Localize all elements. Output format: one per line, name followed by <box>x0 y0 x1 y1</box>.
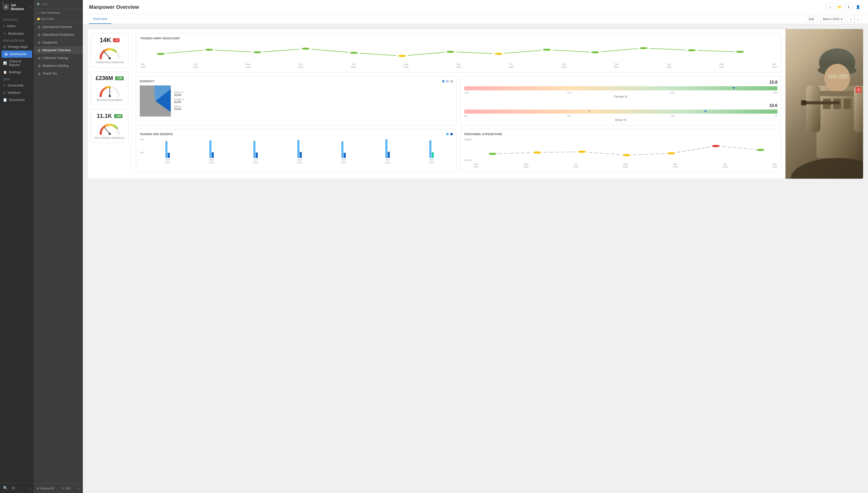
search-bar: 🔍 <box>34 0 83 9</box>
sidebar-section-data: DATA ✓ Scorecards ◻ Initiatives 📄 Docume… <box>0 76 34 104</box>
edit-button[interactable]: Edit <box>805 16 818 23</box>
sidebar: ⊞ 1st Division › PERSONAL ⌂ Home ☆ Bookm… <box>0 0 34 493</box>
nav-item-collective-training[interactable]: ▦ Collective Training <box>34 54 83 62</box>
sidebar-item-bookmarks[interactable]: ☆ Bookmarks <box>0 30 34 37</box>
sidebar-header: ⊞ 1st Division › <box>0 0 34 14</box>
sidebar-item-strategy-maps[interactable]: ◎ Strategy Maps <box>0 43 34 50</box>
user-button[interactable]: 👤 <box>854 3 862 11</box>
secondary-edit-button[interactable]: ✎ Edit <box>62 487 70 490</box>
kpi-badge-2: -£2M <box>115 77 124 80</box>
diversity-title: DIVERSITY <box>140 80 155 83</box>
info-button[interactable]: ℹ <box>845 3 852 11</box>
svg-point-24 <box>577 150 587 153</box>
sidebar-item-charts[interactable]: 📊 Charts & Reports <box>0 58 34 69</box>
date-selector[interactable]: March 2019 ▾ <box>820 16 845 23</box>
svg-rect-35 <box>839 74 848 79</box>
kpi-badge-3: +158 <box>114 114 123 118</box>
diversity-pie <box>140 85 171 116</box>
headcount-line-chart <box>140 43 777 61</box>
sidebar-item-scorecards[interactable]: ✓ Scorecards <box>0 82 34 89</box>
dashboard-icon-op-readiness: ▦ <box>38 33 40 37</box>
sidebar-footer-collapse-icon[interactable]: ‹ <box>29 486 30 490</box>
svg-point-15 <box>590 51 600 53</box>
prev-button[interactable]: ‹ <box>847 16 854 23</box>
svg-point-3 <box>109 95 111 97</box>
dashboard-icon-collective: ▦ <box>38 57 40 60</box>
svg-point-18 <box>735 50 745 53</box>
kpi-value-3: 11.1K <box>97 113 112 120</box>
kpi-label-1: Trained Army Headcount <box>94 61 125 64</box>
svg-rect-38 <box>820 91 854 96</box>
next-button[interactable]: › <box>854 16 862 23</box>
dashboard-icon-manpower: ▦ <box>38 49 40 52</box>
nav-item-operational-overview[interactable]: ▦ Operational Overview <box>34 23 83 31</box>
kpi-badge-1: -14 <box>113 38 119 42</box>
kpi-reserve-headcount: 11.1K +158 <box>91 109 128 143</box>
svg-line-4 <box>104 127 110 134</box>
nav-items-list: ▦ Operational Overview ▦ Operational Rea… <box>34 23 83 484</box>
svg-point-5 <box>109 133 111 135</box>
kpi-column: 14K -14 <box>88 29 132 179</box>
dashboard-content: 14K -14 <box>83 24 868 493</box>
sidebar-item-initiatives[interactable]: ◻ Initiatives <box>0 89 34 96</box>
expand-all-button[interactable]: ⊞ Expand All <box>37 487 54 490</box>
chart-title-headcount: TRAINED ARMY HEADCOUNT <box>140 37 777 40</box>
section-label-presentation: PRESENTATION <box>0 37 34 43</box>
nav-item-equipment[interactable]: ▦ Equipment <box>34 39 83 46</box>
sidebar-item-briefings[interactable]: 📋 Briefings <box>0 69 34 76</box>
svg-rect-36 <box>806 86 820 132</box>
svg-point-26 <box>666 152 676 155</box>
kpi-personnel-exp: £236M -£2M <box>91 71 128 105</box>
ethnic-slider: 10.6 <box>464 103 777 122</box>
nav-item-operational-readiness[interactable]: ▦ Operational Readiness <box>34 31 83 39</box>
sidebar-collapse-icon[interactable]: › <box>29 5 30 9</box>
nav-item-thank-you[interactable]: ▦ Thank You <box>34 70 83 78</box>
dashboard-icon-equipment: ▦ <box>38 41 40 44</box>
search-input[interactable] <box>42 3 80 6</box>
folder-button[interactable]: 📁 <box>836 3 843 11</box>
settings-icon[interactable]: ⚙ <box>12 486 15 490</box>
diversity-legend-female <box>446 80 449 83</box>
documents-icon: 📄 <box>3 98 7 102</box>
sidebar-section-presentation: PRESENTATION ◎ Strategy Maps ▦ Dashboard… <box>0 37 34 76</box>
legend-trained <box>446 133 449 135</box>
dashboard-main-card: 14K -14 <box>87 29 863 179</box>
nav-item-manpower-overview[interactable]: ▦ Manpower Overview <box>34 46 83 54</box>
kpi-label-3: Army Reserve Headcount <box>94 136 125 140</box>
sidebar-item-documents[interactable]: 📄 Documents <box>0 96 34 104</box>
svg-rect-37 <box>854 86 863 132</box>
gauge-1 <box>98 45 121 60</box>
app-title: 1st Division <box>11 3 27 11</box>
svg-rect-43 <box>801 100 806 105</box>
section-label-data: DATA <box>0 76 34 82</box>
kpi-trained-headcount: 14K -14 <box>91 33 128 67</box>
secondary-nav-collapse-icon[interactable]: ‹ <box>79 486 80 490</box>
new-dashboard-button[interactable]: + + New Dashboard <box>37 11 60 14</box>
svg-point-7 <box>204 48 214 51</box>
dashboards-icon: ▦ <box>5 52 7 56</box>
header-actions: ☆ 📁 ℹ 👤 <box>826 3 862 11</box>
search-icon[interactable]: 🔍 <box>3 486 8 490</box>
kpi-value-2: £236M <box>95 75 113 82</box>
svg-rect-42 <box>804 101 840 104</box>
svg-point-25 <box>622 154 631 156</box>
personnel-expenditure-chart: PERSONNEL EXPENDITURE £238M £237M <box>461 129 781 172</box>
tab-controls: Edit March 2019 ▾ ‹ › <box>805 16 862 23</box>
main-area: Manpower Overview ☆ 📁 ℹ 👤 Overview Edit … <box>83 0 868 493</box>
svg-point-27 <box>711 145 720 147</box>
charts-icon: 📊 <box>3 61 7 65</box>
new-folder-button[interactable]: 📁 New Folder <box>37 17 54 21</box>
star-button[interactable]: ☆ <box>826 3 834 11</box>
briefings-icon: 📋 <box>3 70 7 74</box>
svg-line-0 <box>103 50 110 58</box>
bookmark-icon: ☆ <box>3 31 6 36</box>
diversity-legend-male <box>442 80 445 83</box>
sidebar-item-dashboards[interactable]: ▦ Dashboards <box>2 50 32 58</box>
expenditure-title: PERSONNEL EXPENDITURE <box>464 133 777 136</box>
svg-point-22 <box>488 152 497 155</box>
secondary-nav-footer: ⊞ Expand All ✎ Edit ‹ <box>34 484 83 493</box>
tab-overview[interactable]: Overview <box>89 14 111 24</box>
svg-rect-41 <box>844 99 851 109</box>
nav-item-readiness-briefing[interactable]: ▦ Readiness Briefing <box>34 62 83 70</box>
sidebar-item-home[interactable]: ⌂ Home <box>0 22 34 30</box>
